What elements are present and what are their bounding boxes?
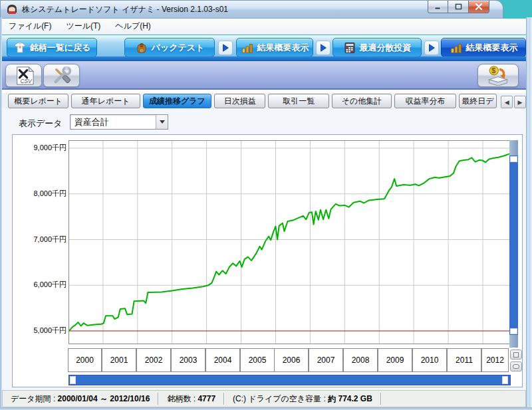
svg-text:CSV: CSV [20,78,33,84]
x-axis-year-cell: 2004 [205,348,240,372]
nav-button-label: 最適分散投資 [360,42,412,54]
graph-content-area: 表示データ 資産合計 9,000千円8,000千円7,000千円6,000千円5… [2,108,526,390]
square-icon [513,352,519,358]
x-axis-year-cell: 2003 [171,348,205,372]
tab-other-totals[interactable]: その他集計 [332,94,392,108]
y-axis-label: 5,000千円 [13,326,66,335]
v-slider-top-thumb[interactable] [510,156,517,162]
tab-scroll-left-icon[interactable]: ◀ [501,96,513,108]
wrench-hammer-icon [51,65,72,86]
svg-text:$: $ [491,66,496,74]
y-axis-label: 7,000千円 [13,235,66,244]
flow-arrow-icon [424,41,439,55]
x-axis-year-cell: 2007 [309,348,343,372]
maximize-button[interactable] [448,1,469,13]
backpack-icon [135,41,148,54]
nav-result-summary-active-button[interactable]: 結果概要表示 [441,38,526,57]
app-icon [6,3,18,15]
csv-file-icon: CSV [11,66,37,86]
x-axis-year-cell: 2011 [447,348,481,372]
x-axis-year-cell: 2005 [240,348,275,372]
display-data-value: 資産合計 [70,116,156,128]
tab-final-day[interactable]: 最終日デ [459,94,497,108]
window-frame-right [526,17,532,410]
tab-annual-report[interactable]: 通年レポート [71,94,140,108]
calculator-icon [343,41,356,54]
menu-bar: ファイル(F) ツール(T) ヘルプ(H) [2,19,526,35]
close-button[interactable] [469,1,489,13]
status-symbol-count: 銘柄数 : 4777 [159,393,223,405]
nav-backtest-button[interactable]: バックテスト [124,38,215,57]
money-box-icon: $ [486,65,510,86]
x-axis-year-cell: 2006 [274,348,309,372]
window-frame-bottom [0,407,532,410]
v-slider-top-cap [509,140,518,155]
rounded-rect-icon [513,364,519,369]
status-disk-space: (C:) ドライブの空き容量 : 約 774.2 GB [225,393,380,405]
v-slider-bottom-cap [509,335,518,348]
x-axis-year-cell: 2001 [102,348,136,372]
h-slider-left-thumb[interactable] [70,376,76,384]
x-axis-year-cell: 2008 [343,348,378,372]
x-axis-year-cell: 2012 [481,348,509,372]
status-bar: データ期間 : 2000/01/04 ～ 2012/10/16 銘柄数 : 47… [2,390,526,407]
display-data-select[interactable]: 資産合計 [70,114,168,130]
nav-optimal-diversification-button[interactable]: 最適分散投資 [332,38,422,57]
window-title: 株システムトレードソフト イザナミ - Version 2.1.03-s01 [22,4,228,15]
nav-button-label: 結果概要表示 [257,42,309,54]
h-slider-right-thumb[interactable] [502,376,508,384]
x-axis-year-cell: 2002 [136,348,171,372]
window-frame-left [0,17,2,410]
nav-button-label: 銘柄一覧に戻る [30,42,91,54]
status-separator [380,393,382,405]
y-axis-label: 8,000千円 [13,189,66,198]
export-csv-button[interactable]: CSV [5,64,42,87]
menu-help[interactable]: ヘルプ(H) [108,19,159,34]
menu-file[interactable]: ファイル(F) [2,19,59,34]
flow-arrow-icon [316,41,331,55]
x-axis-year-cell: 2009 [378,348,412,372]
x-axis-year-cell: 2010 [412,348,447,372]
tab-performance-graph[interactable]: 成績推移グラフ [143,94,211,108]
nav-button-label: 結果概要表示 [466,42,518,54]
screen: 株システムトレードソフト イザナミ - Version 2.1.03-s01 フ… [0,0,532,410]
y-axis-label: 9,000千円 [13,143,66,152]
nav-toolbar-base-strip [2,56,526,61]
nav-result-summary-button[interactable]: 結果概要表示 [236,38,313,57]
app-window: 株システムトレードソフト イザナミ - Version 2.1.03-s01 フ… [0,0,532,410]
nav-button-label: バックテスト [152,42,205,54]
tab-trade-list[interactable]: 取引一覧 [268,94,329,108]
tab-scroll-right-icon[interactable]: ▶ [514,96,526,108]
chart-zoom-button-1[interactable] [510,350,522,359]
window-controls [428,1,489,13]
report-tab-bar: 概要レポート 通年レポート 成績推移グラフ 日次損益 取引一覧 その他集計 収益… [2,93,526,108]
title-bar: 株システムトレードソフト イザナミ - Version 2.1.03-s01 [0,0,503,19]
v-slider-bottom-thumb[interactable] [510,328,517,334]
horizontal-range-slider[interactable] [68,375,511,385]
x-axis-year-strip: 2000200120022003200420052006200720082009… [68,348,511,372]
display-data-label: 表示データ [19,118,63,130]
dropdown-button[interactable] [156,115,168,129]
secondary-toolbar: CSV $ [2,61,526,90]
equity-curve-plot [68,140,511,344]
tab-summary-report[interactable]: 概要レポート [8,94,68,108]
y-axis-label: 6,000千円 [13,280,66,289]
menu-tools[interactable]: ツール(T) [59,19,108,34]
chevron-down-icon [160,120,165,124]
bar-chart-icon [241,41,254,54]
shirt-icon [13,41,27,54]
tools-settings-button[interactable] [43,64,80,87]
minimize-button[interactable] [428,1,448,13]
chart-panel: 9,000千円8,000千円7,000千円6,000千円5,000千円 2000… [12,134,523,387]
bar-chart-icon [450,41,463,54]
tab-daily-pnl[interactable]: 日次損益 [214,94,265,108]
x-axis-year-cell: 2000 [68,348,102,372]
flow-arrow-icon [218,41,233,55]
nav-back-to-symbol-list-button[interactable]: 銘柄一覧に戻る [7,38,97,57]
tab-return-distribution[interactable]: 収益率分布 [394,94,456,108]
vertical-range-slider[interactable] [509,140,518,348]
status-data-period: データ期間 : 2000/01/04 ～ 2012/10/16 [3,393,158,405]
equity-curve-svg [69,141,510,344]
chart-zoom-button-2[interactable] [510,361,522,371]
payout-settings-button[interactable]: $ [477,64,519,87]
